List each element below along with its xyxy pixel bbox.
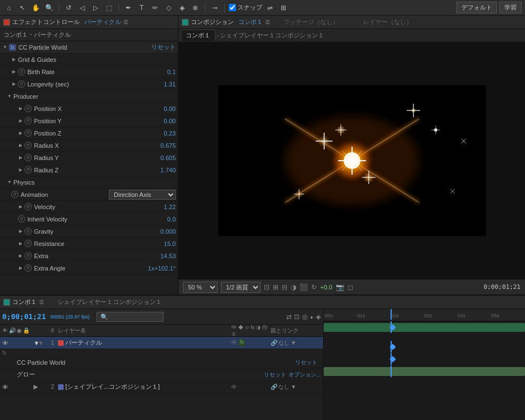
birth-rate-stopwatch[interactable]: ⏱ xyxy=(18,68,25,75)
position-z-row[interactable]: ⏱ Position Z 0.23 xyxy=(0,127,178,139)
gravity-row[interactable]: ⏱ Gravity 0.000 xyxy=(0,225,178,238)
layer1-expand[interactable]: ▼ xyxy=(33,340,38,346)
glow-reset[interactable]: リセット xyxy=(264,371,286,379)
grav-stopwatch[interactable]: ⏱ xyxy=(25,228,32,235)
puppet-icon[interactable]: ⊸ xyxy=(209,2,220,13)
birth-rate-value[interactable]: 0.1 xyxy=(148,69,176,75)
resistance-value[interactable]: 15.0 xyxy=(148,240,176,247)
layer1-parent-dropdown[interactable]: ▼ xyxy=(291,340,296,346)
shape-icon[interactable]: ◇ xyxy=(163,2,174,13)
position-y-value[interactable]: 0.00 xyxy=(148,118,176,124)
glow-options[interactable]: オプション... xyxy=(288,371,321,379)
fit-icon[interactable]: ⊡ xyxy=(264,283,269,291)
rx-stopwatch[interactable]: ⏱ xyxy=(25,142,32,149)
extra-arrow[interactable] xyxy=(18,253,23,259)
rx-arrow[interactable] xyxy=(18,143,23,148)
preview-icon[interactable]: ◻ xyxy=(348,283,353,291)
layer1-fx-badge[interactable]: fx xyxy=(239,339,245,346)
extra-stopwatch[interactable]: ⏱ xyxy=(25,252,32,259)
animation-row[interactable]: ⏱ Animation Direction Axis Explosive Vor… xyxy=(0,189,178,201)
layer-row-1[interactable]: 👁 ▼ ▼ 1 パーティクル 中 fx 🔗 なし ▼ xyxy=(0,337,323,349)
radius-x-row[interactable]: ⏱ Radius X 0.675 xyxy=(0,139,178,152)
resistance-row[interactable]: ⏱ Resistance 15.0 xyxy=(0,238,178,250)
longevity-arrow[interactable] xyxy=(11,81,17,87)
channel-icon[interactable]: ◑ xyxy=(291,283,296,291)
fx-collapse-arrow[interactable] xyxy=(2,45,8,50)
ea-arrow[interactable] xyxy=(18,265,23,271)
refresh-icon[interactable]: ↻ xyxy=(311,283,317,291)
panel-menu-icon[interactable]: ☰ xyxy=(123,19,128,25)
reset-link[interactable]: リセット xyxy=(148,43,176,51)
comp-panel-menu-icon[interactable]: ☰ xyxy=(265,19,270,25)
fwd-icon[interactable]: ▷ xyxy=(90,2,101,13)
position-x-value[interactable]: 0.00 xyxy=(148,105,176,112)
radius-y-row[interactable]: ⏱ Radius Y 0.605 xyxy=(0,152,178,164)
ry-stopwatch[interactable]: ⏱ xyxy=(25,154,32,161)
layer1-expand2[interactable]: ▼ xyxy=(38,340,47,346)
snap-checkbox-area[interactable]: スナップ xyxy=(229,3,262,12)
radius-x-value[interactable]: 0.675 xyxy=(148,142,176,149)
pz-stopwatch[interactable]: ⏱ xyxy=(25,129,32,137)
inherit-velocity-value[interactable]: 0.0 xyxy=(148,216,176,223)
pz-arrow[interactable] xyxy=(18,131,23,136)
radius-y-value[interactable]: 0.605 xyxy=(148,155,176,161)
layer2-motion-blur[interactable]: 中 xyxy=(232,384,237,390)
quality-select[interactable]: 1/2 画質 1/4 画質 フル xyxy=(221,282,261,293)
back-icon[interactable]: ◁ xyxy=(76,2,88,13)
layer2-expand[interactable]: ▶ xyxy=(33,383,38,390)
longevity-value[interactable]: 1.31 xyxy=(148,81,176,88)
pen-icon[interactable]: ✒ xyxy=(123,2,134,13)
layer-row-2[interactable]: 👁 ▶ 2 [シェイプレイ...コンポジション１] 中 🔗 なし ▼ xyxy=(0,381,323,393)
fill-icon[interactable]: ◈ xyxy=(176,2,187,13)
radius-z-value[interactable]: 1.740 xyxy=(148,167,176,173)
learn-button[interactable]: 学習 xyxy=(499,2,522,13)
timeline-tool-3[interactable]: ◎ xyxy=(302,313,307,321)
camera-icon[interactable]: 📷 xyxy=(336,283,344,291)
zoom-select[interactable]: 50 % 25 % 100 % xyxy=(183,282,218,293)
rz-stopwatch[interactable]: ⏱ xyxy=(25,166,32,173)
hand-icon[interactable]: ✋ xyxy=(30,2,41,13)
track-bar-1[interactable] xyxy=(324,323,525,332)
grid-icon[interactable]: ⊞ xyxy=(278,2,289,13)
grav-arrow[interactable] xyxy=(18,229,23,234)
grid-arrow[interactable] xyxy=(11,57,17,62)
birth-rate-row[interactable]: ⏱ Birth Rate 0.1 xyxy=(0,66,178,78)
py-stopwatch[interactable]: ⏱ xyxy=(25,117,32,124)
grid-view-icon[interactable]: ⊟ xyxy=(282,283,287,291)
physics-arrow[interactable] xyxy=(7,180,12,185)
snap-checkbox[interactable] xyxy=(229,4,236,11)
vel-stopwatch[interactable]: ⏱ xyxy=(25,203,32,210)
cursor-icon[interactable]: ↖ xyxy=(17,2,28,13)
px-arrow[interactable] xyxy=(18,106,23,112)
inherit-velocity-row[interactable]: ⏱ Inherit Velocity 0.0 xyxy=(0,213,178,225)
fx-main-row[interactable]: fx CC Particle World リセット xyxy=(0,41,178,54)
layer2-eye[interactable]: 👁 xyxy=(2,384,10,390)
px-stopwatch[interactable]: ⏱ xyxy=(25,105,32,112)
radius-z-row[interactable]: ⏱ Radius Z 1.740 xyxy=(0,164,178,176)
longevity-row[interactable]: ⏱ Longevity (sec) 1.31 xyxy=(0,78,178,90)
producer-row[interactable]: Producer xyxy=(0,90,178,103)
vel-arrow[interactable] xyxy=(18,204,23,210)
grid-guides-row[interactable]: Grid & Guides xyxy=(0,54,178,66)
velocity-row[interactable]: ⏱ Velocity 1.22 xyxy=(0,201,178,213)
position-z-value[interactable]: 0.23 xyxy=(148,130,176,137)
extra-angle-value[interactable]: 1x+102.1° xyxy=(148,265,176,272)
safe-icon[interactable]: ⊞ xyxy=(273,283,278,291)
text-icon[interactable]: T xyxy=(136,2,147,13)
gravity-value[interactable]: 0.000 xyxy=(148,228,176,235)
res-arrow[interactable] xyxy=(18,241,23,247)
cc-particle-reset[interactable]: リセット xyxy=(295,359,317,366)
extra-row[interactable]: ⏱ Extra 14.53 xyxy=(0,250,178,262)
animation-dropdown[interactable]: Direction Axis Explosive Vortex xyxy=(109,190,176,200)
physics-row[interactable]: Physics xyxy=(0,176,178,189)
res-stopwatch[interactable]: ⏱ xyxy=(25,240,32,247)
timeline-tool-4[interactable]: ⬧ xyxy=(310,313,314,321)
playhead[interactable] xyxy=(391,309,392,320)
layer1-eye[interactable]: 👁 xyxy=(2,340,10,346)
velocity-value[interactable]: 1.22 xyxy=(148,204,176,210)
clone-icon[interactable]: ⊕ xyxy=(190,2,201,13)
rotate-icon[interactable]: ↺ xyxy=(63,2,74,13)
timeline-tool-1[interactable]: ⇄ xyxy=(286,313,292,321)
py-arrow[interactable] xyxy=(18,118,23,124)
layer-search-input[interactable] xyxy=(97,312,163,322)
